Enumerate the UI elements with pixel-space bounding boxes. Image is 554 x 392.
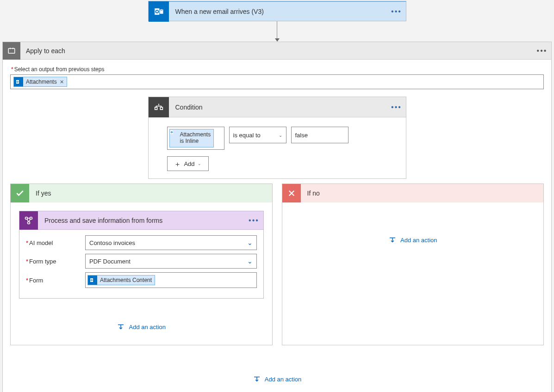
form-type-label: *Form type (26, 258, 85, 265)
svg-rect-7 (160, 107, 162, 110)
apply-to-each-header[interactable]: Apply to each ••• (3, 42, 551, 60)
if-yes-header[interactable]: If yes (11, 184, 272, 202)
svg-rect-3 (8, 48, 15, 53)
svg-rect-13 (90, 278, 93, 282)
outlook-icon (88, 276, 97, 285)
outlook-icon (149, 1, 169, 22)
action-title: Process and save information from forms (38, 217, 245, 224)
ai-model-label: *AI model (26, 239, 85, 246)
svg-rect-8 (170, 130, 173, 134)
svg-rect-6 (155, 107, 157, 110)
trigger-card[interactable]: When a new email arrives (V3) ••• (148, 1, 406, 21)
if-no-title: If no (301, 190, 320, 197)
condition-menu-button[interactable]: ••• (387, 103, 406, 111)
operator-value: is equal to (233, 132, 261, 139)
apply-to-each-container: Apply to each ••• *Select an output from… (2, 42, 552, 392)
if-no-branch: If no Add an action (282, 184, 544, 345)
ai-model-dropdown[interactable]: Contoso invoices ⌄ (85, 235, 257, 250)
attachments-token[interactable]: Attachments ✕ (13, 77, 67, 87)
process-forms-action: Process and save information from forms … (19, 211, 264, 299)
add-action-label: Add an action (129, 324, 166, 331)
chevron-down-icon: ⌄ (247, 257, 253, 265)
chevron-down-icon: ⌄ (279, 133, 282, 138)
attachments-content-token[interactable]: Attachments Content (87, 275, 155, 285)
condition-operator-dropdown[interactable]: is equal to ⌄ (229, 127, 286, 143)
trigger-title: When a new email arrives (V3) (169, 8, 387, 15)
plus-icon: ＋ (174, 160, 181, 167)
chevron-down-icon: ⌄ (198, 161, 201, 166)
add-label: Add (184, 160, 194, 167)
if-no-header[interactable]: If no (282, 184, 544, 202)
add-action-label: Add an action (265, 376, 302, 383)
condition-left-operand[interactable]: Attachmentsis Inline (167, 127, 224, 150)
chevron-down-icon: ⌄ (247, 239, 253, 246)
svg-point-12 (28, 221, 30, 224)
trigger-menu-button[interactable]: ••• (387, 7, 406, 16)
add-action-no-button[interactable]: Add an action (291, 236, 535, 244)
condition-icon (149, 97, 169, 117)
connector-arrow (0, 21, 554, 42)
apply-to-each-title: Apply to each (20, 47, 533, 55)
condition-card: Condition ••• Attachmen (148, 97, 406, 179)
condition-value: false (295, 132, 308, 139)
apply-to-each-menu-button[interactable]: ••• (533, 47, 551, 55)
action-menu-button[interactable]: ••• (245, 216, 263, 225)
add-action-loop-button[interactable]: Add an action (10, 375, 544, 383)
condition-value-input[interactable]: false (291, 127, 349, 143)
if-yes-title: If yes (29, 190, 51, 197)
if-yes-branch: If yes Process and save information from… (10, 184, 273, 345)
condition-header[interactable]: Condition ••• (149, 97, 406, 117)
ai-model-value: Contoso invoices (89, 239, 135, 246)
token-label: Attachmentsis Inline (180, 129, 214, 144)
form-type-dropdown[interactable]: PDF Document ⌄ (85, 254, 257, 269)
form-label: *Form (26, 277, 85, 284)
insert-action-icon (253, 375, 261, 383)
add-action-yes-button[interactable]: Add an action (19, 323, 264, 331)
process-forms-header[interactable]: Process and save information from forms … (19, 211, 263, 230)
output-token-field[interactable]: Attachments ✕ (10, 74, 544, 89)
form-token-field[interactable]: Attachments Content (85, 272, 257, 288)
loop-icon (3, 42, 20, 60)
svg-rect-4 (16, 80, 19, 84)
token-remove-button[interactable]: ✕ (60, 79, 64, 85)
insert-action-icon (388, 236, 397, 244)
outlook-icon (170, 129, 180, 148)
insert-action-icon (117, 323, 125, 331)
check-icon (11, 184, 29, 202)
condition-add-button[interactable]: ＋ Add ⌄ (167, 156, 209, 171)
condition-title: Condition (169, 104, 387, 111)
add-action-label: Add an action (400, 237, 437, 244)
token-label: Attachments Content (100, 277, 152, 283)
outlook-icon (14, 77, 23, 86)
form-type-value: PDF Document (89, 258, 131, 265)
token-label: Attachments (26, 79, 57, 85)
close-icon (282, 184, 301, 202)
ai-builder-icon (19, 211, 38, 230)
output-label: *Select an output from previous steps (11, 66, 543, 73)
